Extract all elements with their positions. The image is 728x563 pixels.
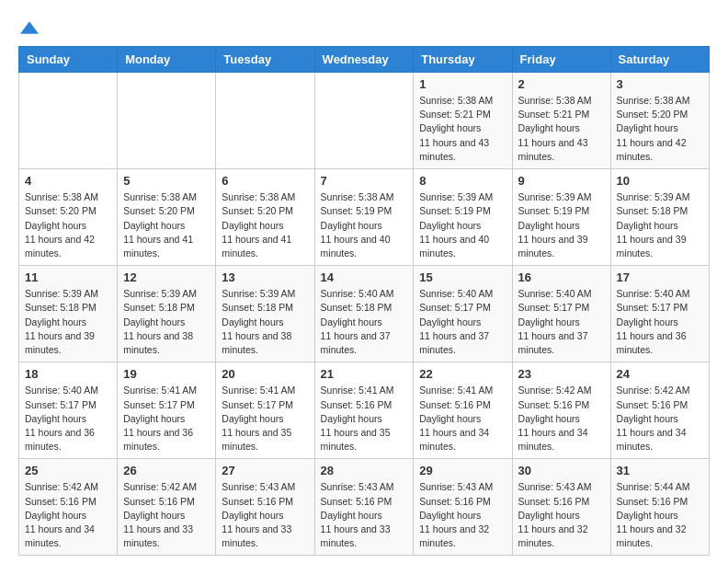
- day-info: Sunrise: 5:42 AM Sunset: 5:16 PM Dayligh…: [518, 384, 605, 454]
- calendar-cell: 7 Sunrise: 5:38 AM Sunset: 5:19 PM Dayli…: [314, 169, 414, 266]
- calendar-cell: 25 Sunrise: 5:42 AM Sunset: 5:16 PM Dayl…: [19, 459, 118, 556]
- calendar-cell: 8 Sunrise: 5:39 AM Sunset: 5:19 PM Dayli…: [414, 169, 512, 266]
- sunrise-label: Sunrise: 5:42 AM: [25, 481, 98, 492]
- day-info: Sunrise: 5:40 AM Sunset: 5:17 PM Dayligh…: [518, 287, 605, 357]
- daylight-value: 11 hours and 32 minutes.: [419, 523, 489, 548]
- day-number: 4: [25, 174, 111, 188]
- daylight-value: 11 hours and 42 minutes.: [617, 137, 687, 162]
- calendar-cell: [216, 73, 314, 169]
- daylight-label: Daylight hours: [419, 510, 481, 521]
- daylight-label: Daylight hours: [617, 122, 678, 133]
- daylight-value: 11 hours and 32 minutes.: [617, 523, 687, 548]
- calendar-cell: 20 Sunrise: 5:41 AM Sunset: 5:17 PM Dayl…: [216, 362, 314, 459]
- sunset-label: Sunset: 5:16 PM: [123, 496, 195, 507]
- daylight-value: 11 hours and 33 minutes.: [123, 523, 193, 548]
- sunset-label: Sunset: 5:17 PM: [419, 302, 491, 313]
- day-number: 25: [25, 464, 111, 477]
- day-number: 17: [617, 270, 703, 284]
- weekday-header-thursday: Thursday: [414, 47, 512, 73]
- sunrise-label: Sunrise: 5:43 AM: [321, 481, 394, 492]
- page-header: [18, 18, 710, 37]
- sunrise-label: Sunrise: 5:43 AM: [222, 481, 295, 492]
- sunrise-label: Sunrise: 5:40 AM: [419, 288, 493, 299]
- day-info: Sunrise: 5:39 AM Sunset: 5:18 PM Dayligh…: [25, 287, 111, 357]
- daylight-value: 11 hours and 36 minutes.: [25, 427, 95, 452]
- daylight-label: Daylight hours: [25, 510, 86, 521]
- daylight-label: Daylight hours: [25, 413, 86, 424]
- sunrise-label: Sunrise: 5:39 AM: [518, 191, 592, 202]
- sunrise-label: Sunrise: 5:40 AM: [617, 288, 690, 299]
- day-info: Sunrise: 5:40 AM Sunset: 5:17 PM Dayligh…: [25, 384, 111, 454]
- daylight-label: Daylight hours: [25, 316, 86, 327]
- sunrise-label: Sunrise: 5:40 AM: [518, 288, 592, 299]
- sunset-label: Sunset: 5:18 PM: [321, 302, 392, 313]
- day-number: 16: [518, 270, 605, 284]
- sunset-label: Sunset: 5:18 PM: [617, 205, 688, 216]
- calendar-cell: 12 Sunrise: 5:39 AM Sunset: 5:18 PM Dayl…: [118, 266, 216, 362]
- logo-icon: [20, 18, 39, 37]
- weekday-header-tuesday: Tuesday: [216, 47, 314, 73]
- calendar-cell: 24 Sunrise: 5:42 AM Sunset: 5:16 PM Dayl…: [610, 362, 709, 459]
- calendar-cell: [118, 73, 216, 169]
- sunrise-label: Sunrise: 5:43 AM: [419, 481, 493, 492]
- daylight-value: 11 hours and 34 minutes.: [518, 427, 588, 452]
- sunset-label: Sunset: 5:17 PM: [25, 399, 97, 410]
- sunset-label: Sunset: 5:16 PM: [25, 496, 97, 507]
- daylight-value: 11 hours and 34 minutes.: [25, 523, 95, 548]
- daylight-label: Daylight hours: [518, 122, 580, 133]
- sunrise-label: Sunrise: 5:38 AM: [518, 95, 592, 106]
- sunrise-label: Sunrise: 5:38 AM: [617, 95, 690, 106]
- day-info: Sunrise: 5:40 AM Sunset: 5:17 PM Dayligh…: [419, 287, 506, 357]
- calendar-cell: 1 Sunrise: 5:38 AM Sunset: 5:21 PM Dayli…: [414, 73, 512, 169]
- sunset-label: Sunset: 5:16 PM: [222, 496, 293, 507]
- daylight-label: Daylight hours: [222, 220, 283, 231]
- sunset-label: Sunset: 5:16 PM: [617, 399, 688, 410]
- sunset-label: Sunset: 5:20 PM: [25, 205, 97, 216]
- day-info: Sunrise: 5:44 AM Sunset: 5:16 PM Dayligh…: [617, 480, 703, 550]
- day-info: Sunrise: 5:41 AM Sunset: 5:16 PM Dayligh…: [321, 384, 408, 454]
- calendar-cell: 26 Sunrise: 5:42 AM Sunset: 5:16 PM Dayl…: [118, 459, 216, 556]
- daylight-value: 11 hours and 39 minutes.: [518, 234, 588, 259]
- sunrise-label: Sunrise: 5:43 AM: [518, 481, 592, 492]
- sunset-label: Sunset: 5:19 PM: [321, 205, 392, 216]
- day-info: Sunrise: 5:43 AM Sunset: 5:16 PM Dayligh…: [518, 480, 605, 550]
- day-number: 23: [518, 367, 605, 381]
- sunrise-label: Sunrise: 5:41 AM: [419, 385, 493, 396]
- sunset-label: Sunset: 5:16 PM: [617, 496, 688, 507]
- daylight-value: 11 hours and 33 minutes.: [321, 523, 391, 548]
- daylight-label: Daylight hours: [123, 413, 185, 424]
- sunset-label: Sunset: 5:16 PM: [419, 496, 491, 507]
- daylight-label: Daylight hours: [518, 510, 580, 521]
- sunrise-label: Sunrise: 5:41 AM: [123, 385, 197, 396]
- day-number: 11: [25, 270, 111, 284]
- day-number: 30: [518, 464, 605, 477]
- day-number: 31: [617, 464, 703, 477]
- daylight-value: 11 hours and 38 minutes.: [123, 330, 193, 355]
- sunrise-label: Sunrise: 5:42 AM: [123, 481, 197, 492]
- daylight-label: Daylight hours: [222, 510, 283, 521]
- day-info: Sunrise: 5:39 AM Sunset: 5:19 PM Dayligh…: [419, 190, 506, 260]
- daylight-value: 11 hours and 39 minutes.: [617, 234, 687, 259]
- calendar-cell: 22 Sunrise: 5:41 AM Sunset: 5:16 PM Dayl…: [414, 362, 512, 459]
- sunrise-label: Sunrise: 5:44 AM: [617, 481, 690, 492]
- daylight-value: 11 hours and 37 minutes.: [321, 330, 391, 355]
- calendar-week-2: 4 Sunrise: 5:38 AM Sunset: 5:20 PM Dayli…: [19, 169, 710, 266]
- daylight-value: 11 hours and 38 minutes.: [222, 330, 291, 355]
- day-number: 12: [123, 270, 210, 284]
- sunset-label: Sunset: 5:20 PM: [123, 205, 195, 216]
- day-number: 13: [222, 270, 308, 284]
- calendar-cell: 13 Sunrise: 5:39 AM Sunset: 5:18 PM Dayl…: [216, 266, 314, 362]
- day-info: Sunrise: 5:42 AM Sunset: 5:16 PM Dayligh…: [123, 480, 210, 550]
- daylight-value: 11 hours and 40 minutes.: [321, 234, 391, 259]
- day-info: Sunrise: 5:39 AM Sunset: 5:18 PM Dayligh…: [617, 190, 703, 260]
- day-info: Sunrise: 5:40 AM Sunset: 5:17 PM Dayligh…: [617, 287, 703, 357]
- calendar-cell: 9 Sunrise: 5:39 AM Sunset: 5:19 PM Dayli…: [512, 169, 610, 266]
- calendar-cell: 16 Sunrise: 5:40 AM Sunset: 5:17 PM Dayl…: [512, 266, 610, 362]
- daylight-label: Daylight hours: [25, 220, 86, 231]
- daylight-value: 11 hours and 43 minutes.: [419, 137, 489, 162]
- calendar-cell: 27 Sunrise: 5:43 AM Sunset: 5:16 PM Dayl…: [216, 459, 314, 556]
- svg-marker-0: [20, 21, 39, 33]
- day-info: Sunrise: 5:38 AM Sunset: 5:21 PM Dayligh…: [419, 94, 506, 164]
- daylight-label: Daylight hours: [123, 220, 185, 231]
- sunset-label: Sunset: 5:18 PM: [123, 302, 195, 313]
